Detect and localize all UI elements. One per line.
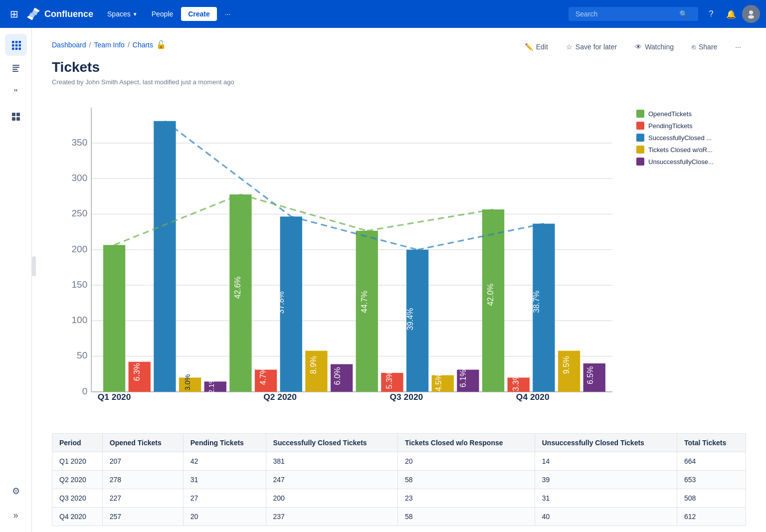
legend-label-pending: PendingTickets (648, 122, 692, 130)
save-for-later-button[interactable]: ☆ Save for later (561, 40, 622, 54)
svg-text:Q2 2020: Q2 2020 (263, 392, 297, 402)
svg-text:150: 150 (72, 279, 88, 290)
svg-text:4.5%: 4.5% (434, 373, 443, 391)
legend-closed-wo: Tickets Closed w/oR... (636, 146, 746, 154)
svg-text:8.9%: 8.9% (309, 356, 318, 374)
bar-q1-opened (103, 245, 125, 391)
col-header-unsuccess: Unsuccessfully Closed Tickets (535, 434, 677, 452)
svg-text:2.1%: 2.1% (207, 377, 215, 394)
more-nav[interactable]: ··· (219, 7, 237, 21)
breadcrumb-dashboard[interactable]: Dashboard (52, 41, 86, 49)
svg-text:42.6%: 42.6% (233, 276, 242, 299)
svg-text:57.4%: 57.4% (134, 242, 143, 265)
help-icon[interactable]: ? (702, 5, 720, 23)
page-meta: Created by John Smith Aspect, last modif… (52, 78, 746, 86)
svg-text:38.7%: 38.7% (532, 291, 541, 313)
svg-rect-4 (12, 69, 17, 70)
svg-text:42.0%: 42.0% (486, 284, 495, 306)
table-row: Q4 2020257202375840612 (52, 508, 746, 526)
table-body: Q1 2020207423812014664Q2 202027831247583… (52, 452, 746, 526)
legend-label-opened: OpenedTickets (648, 110, 692, 118)
svg-text:31.2%: 31.2% (143, 270, 151, 293)
app-grid-icon[interactable]: ⊞ (6, 6, 22, 22)
sidebar-resize-handle[interactable] (32, 256, 36, 276)
breadcrumb-sep-1: / (89, 41, 91, 49)
svg-text:200: 200 (72, 244, 88, 254)
create-button[interactable]: Create (181, 7, 217, 21)
svg-text:300: 300 (72, 173, 88, 183)
svg-text:50: 50 (77, 350, 87, 360)
people-nav[interactable]: People (146, 7, 180, 21)
legend-swatch-closed-wo (636, 146, 644, 154)
edit-label: Edit (536, 43, 548, 51)
notifications-icon[interactable]: 🔔 (722, 5, 740, 23)
table-row: Q1 2020207423812014664 (52, 452, 746, 471)
sidebar-item-settings[interactable]: ⚙ (5, 480, 27, 502)
svg-text:6.3%: 6.3% (133, 363, 141, 381)
breadcrumb: Dashboard / Team Info / Charts 🔓 (52, 40, 166, 49)
svg-text:6.0%: 6.0% (333, 367, 342, 385)
svg-rect-5 (12, 71, 18, 72)
svg-text:Q3 2020: Q3 2020 (390, 392, 423, 402)
svg-text:350: 350 (72, 137, 88, 148)
confluence-name: Confluence (44, 9, 93, 19)
lock-icon[interactable]: 🔓 (156, 40, 166, 49)
sidebar-item-expand[interactable]: » (5, 504, 27, 526)
legend-label-closed-wo: Tickets Closed w/oR... (648, 146, 713, 154)
svg-text:39.4%: 39.4% (406, 308, 414, 331)
col-header-total: Total Tickets (677, 434, 746, 452)
sidebar-item-templates[interactable] (5, 106, 27, 128)
breadcrumb-sep-2: / (128, 41, 130, 49)
svg-text:37.8%: 37.8% (277, 291, 286, 314)
breadcrumb-charts[interactable]: Charts (133, 41, 153, 49)
table-header-row: Period Opened Tickets Pending Tickets Su… (52, 434, 746, 452)
page-title: Tickets (52, 59, 746, 75)
svg-text:Q4 2020: Q4 2020 (516, 392, 550, 402)
breadcrumb-team-info[interactable]: Team Info (94, 41, 124, 49)
sidebar-item-pages[interactable] (5, 58, 27, 80)
search-input[interactable] (575, 10, 675, 18)
share-button[interactable]: ⎋ Share (687, 40, 722, 54)
legend-swatch-success (636, 134, 644, 142)
legend-label-unsuccess: UnsuccessfullyClose... (648, 158, 714, 166)
legend-swatch-unsuccess (636, 158, 644, 166)
search-box[interactable]: 🔍 (569, 7, 698, 21)
svg-text:100: 100 (72, 315, 88, 325)
confluence-logo[interactable]: Confluence (26, 7, 93, 21)
svg-text:3.3%: 3.3% (512, 373, 520, 391)
legend-label-success: SuccessfullyClosed ... (648, 134, 712, 142)
sidebar-item-home[interactable] (5, 34, 27, 56)
user-avatar[interactable] (742, 5, 760, 23)
share-icon: ⎋ (692, 43, 696, 51)
svg-rect-9 (16, 117, 20, 121)
svg-point-1 (748, 15, 754, 19)
svg-text:5.3%: 5.3% (385, 371, 393, 389)
svg-text:0: 0 (82, 386, 88, 396)
share-label: Share (699, 43, 717, 51)
bar-chart: 0 50 100 150 200 250 300 350 (52, 100, 620, 417)
sidebar-item-blog[interactable]: " (5, 82, 27, 104)
edit-icon: ✏️ (525, 43, 533, 51)
svg-text:9.5%: 9.5% (562, 356, 571, 374)
data-table: Period Opened Tickets Pending Tickets Su… (52, 433, 746, 526)
svg-text:250: 250 (72, 208, 88, 218)
topnav-action-icons: ? 🔔 (702, 5, 760, 23)
legend-unsuccess: UnsuccessfullyClose... (636, 158, 746, 166)
svg-text:3.0%: 3.0% (184, 374, 192, 390)
edit-button[interactable]: ✏️ Edit (520, 40, 553, 54)
legend-swatch-pending (636, 122, 644, 130)
svg-text:44.7%: 44.7% (360, 291, 369, 313)
watching-button[interactable]: 👁 Watching (630, 40, 679, 54)
table-row: Q3 2020227272002331508 (52, 489, 746, 508)
top-navigation: ⊞ Confluence Spaces ▼ People Create ··· … (0, 0, 766, 28)
chart-legend: OpenedTickets PendingTickets Successfull… (636, 100, 746, 170)
main-content: Dashboard / Team Info / Charts 🔓 ✏️ Edit… (32, 28, 766, 532)
legend-success: SuccessfullyClosed ... (636, 134, 746, 142)
page-more-button[interactable]: ··· (730, 40, 746, 54)
spaces-nav[interactable]: Spaces ▼ (101, 7, 144, 21)
svg-text:6.5%: 6.5% (586, 366, 594, 384)
col-header-closed-wo: Tickets Closed w/o Response (397, 434, 535, 452)
svg-rect-3 (12, 67, 19, 68)
legend-opened: OpenedTickets (636, 110, 746, 118)
col-header-success: Successfully Closed Tickets (266, 434, 397, 452)
